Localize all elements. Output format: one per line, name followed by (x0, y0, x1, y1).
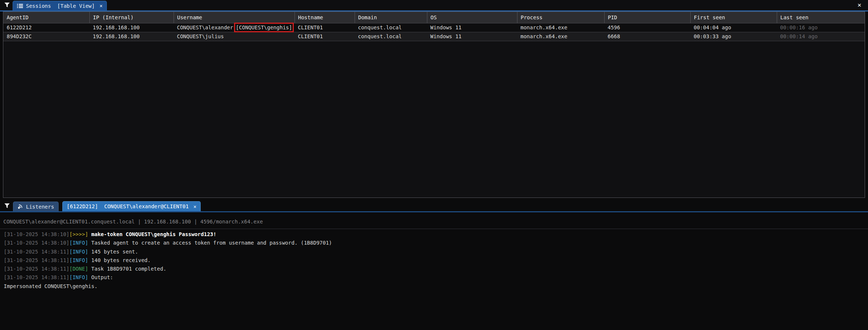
console-timestamp: [31-10-2025 14:38:11] (4, 249, 69, 255)
impersonation-highlight-box: [CONQUEST\genghis] (236, 24, 292, 30)
console-text: Output: (91, 274, 113, 280)
console-output: [31-10-2025 14:38:10][>>>>] make-token C… (4, 230, 864, 291)
username-text: CONQUEST\alexander (177, 24, 233, 30)
console-timestamp: [31-10-2025 14:38:11] (4, 274, 69, 280)
tab-sessions-table-view[interactable]: Sessions [Table View] ✕ (13, 1, 107, 10)
column-header-username[interactable]: Username (174, 12, 295, 23)
cell-hostname: CLIENT01 (295, 23, 355, 32)
username-text: CONQUEST\julius (177, 33, 224, 39)
tab-session-6122D212[interactable]: [6122D212] CONQUEST\alexander@CLIENT01 ✕ (62, 201, 201, 211)
console-text: Task 1B8D9701 completed. (91, 266, 166, 272)
console-line: [31-10-2025 14:38:11][INFO] Output: (4, 273, 864, 282)
console-timestamp: [31-10-2025 14:38:11] (4, 257, 69, 263)
cell-domain: conquest.local (355, 23, 427, 32)
cell-os: Windows 11 (427, 23, 517, 32)
column-header-first_seen[interactable]: First seen (690, 12, 777, 23)
console-line: [31-10-2025 14:38:11][INFO] 140 bytes re… (4, 256, 864, 265)
column-header-agent_id[interactable]: AgentID (3, 12, 89, 23)
console-tag-info: [INFO] (69, 274, 91, 280)
cell-hostname: CLIENT01 (295, 32, 355, 41)
cell-last_seen: 00:00:14 ago (777, 32, 865, 41)
tab-sessions-label: Sessions [Table View] (26, 3, 95, 9)
close-sessions-tab-icon[interactable]: ✕ (99, 3, 102, 9)
console-timestamp: [31-10-2025 14:38:11] (4, 266, 69, 272)
console-line: [31-10-2025 14:38:11][DONE] Task 1B8D970… (4, 265, 864, 273)
tab-listeners[interactable]: Listeners (13, 202, 59, 211)
filter-button[interactable] (2, 1, 12, 9)
satellite-antenna-icon (17, 204, 23, 209)
session-row-6122D212[interactable]: 6122D212192.168.168.100CONQUEST\alexande… (3, 23, 865, 32)
filter-funnel-icon (4, 203, 10, 209)
sessions-tabbar: Sessions [Table View] ✕ ✕ (0, 0, 868, 10)
console-text: make-token CONQUEST\genghis Password123! (91, 231, 216, 237)
filter-funnel-icon (4, 3, 10, 8)
table-list-icon (17, 4, 23, 8)
column-header-domain[interactable]: Domain (355, 12, 427, 23)
console-timestamp: [31-10-2025 14:38:10] (4, 240, 69, 246)
cell-username: CONQUEST\alexander[CONQUEST\genghis] (174, 23, 295, 32)
sessions-table: AgentIDIP (Internal)UsernameHostnameDoma… (3, 12, 865, 41)
session-status-line: CONQUEST\alexander@CLIENT01.conquest.loc… (3, 219, 864, 225)
close-session-tab-icon[interactable]: ✕ (194, 204, 197, 209)
tab-session-label: [6122D212] CONQUEST\alexander@CLIENT01 (67, 203, 189, 209)
console-timestamp: [31-10-2025 14:38:10] (4, 231, 69, 237)
tab-listeners-label: Listeners (26, 204, 54, 210)
console-text: 140 bytes received. (91, 257, 151, 263)
cell-domain: conquest.local (355, 32, 427, 41)
cell-last_seen: 00:00:16 ago (777, 23, 865, 32)
session-row-894D232C[interactable]: 894D232C192.168.168.100CONQUEST\juliusCL… (3, 32, 865, 41)
cell-ip_internal: 192.168.168.100 (89, 23, 174, 32)
column-header-last_seen[interactable]: Last seen (777, 12, 865, 23)
table-header-row: AgentIDIP (Internal)UsernameHostnameDoma… (3, 12, 865, 23)
console-tag-done: [DONE] (69, 266, 91, 272)
console-tabbar: Listeners [6122D212] CONQUEST\alexander@… (0, 200, 868, 211)
console-line: [31-10-2025 14:38:10][INFO] Tasked agent… (4, 239, 864, 247)
column-header-hostname[interactable]: Hostname (295, 12, 355, 23)
console-text: 145 bytes sent. (91, 249, 138, 255)
cell-username: CONQUEST\julius (174, 32, 295, 41)
cell-process: monarch.x64.exe (517, 23, 604, 32)
console-tabbar-accent-line (0, 211, 868, 212)
console-tag-info: [INFO] (69, 249, 91, 255)
cell-ip_internal: 192.168.168.100 (89, 32, 174, 41)
console-tag-info: [INFO] (69, 257, 91, 263)
console-line: Impersonated CONQUEST\genghis. (4, 282, 864, 291)
console-divider (0, 229, 868, 229)
column-header-pid[interactable]: PID (604, 12, 690, 23)
close-panel-icon[interactable]: ✕ (858, 1, 861, 9)
console-text: Tasked agent to create an access token f… (91, 240, 332, 246)
column-header-os[interactable]: OS (427, 12, 517, 23)
cell-pid: 4596 (604, 23, 690, 32)
cell-first_seen: 00:03:33 ago (690, 32, 777, 41)
cell-process: monarch.x64.exe (517, 32, 604, 41)
console-tag-command: [>>>>] (69, 231, 91, 237)
cell-agent_id: 894D232C (3, 32, 89, 41)
column-header-process[interactable]: Process (517, 12, 604, 23)
console-text: Impersonated CONQUEST\genghis. (4, 283, 98, 289)
cell-pid: 6668 (604, 32, 690, 41)
console-line: [31-10-2025 14:38:11][INFO] 145 bytes se… (4, 248, 864, 256)
cell-agent_id: 6122D212 (3, 23, 89, 32)
sessions-table-panel: AgentIDIP (Internal)UsernameHostnameDoma… (3, 12, 865, 198)
cell-first_seen: 00:04:04 ago (690, 23, 777, 32)
console-filter-button[interactable] (2, 202, 12, 210)
app-window: Sessions [Table View] ✕ ✕ AgentIDIP (Int… (0, 0, 868, 330)
column-header-ip_internal[interactable]: IP (Internal) (89, 12, 174, 23)
cell-os: Windows 11 (427, 32, 517, 41)
console-tag-info: [INFO] (69, 240, 91, 246)
console-line: [31-10-2025 14:38:10][>>>>] make-token C… (4, 230, 864, 239)
